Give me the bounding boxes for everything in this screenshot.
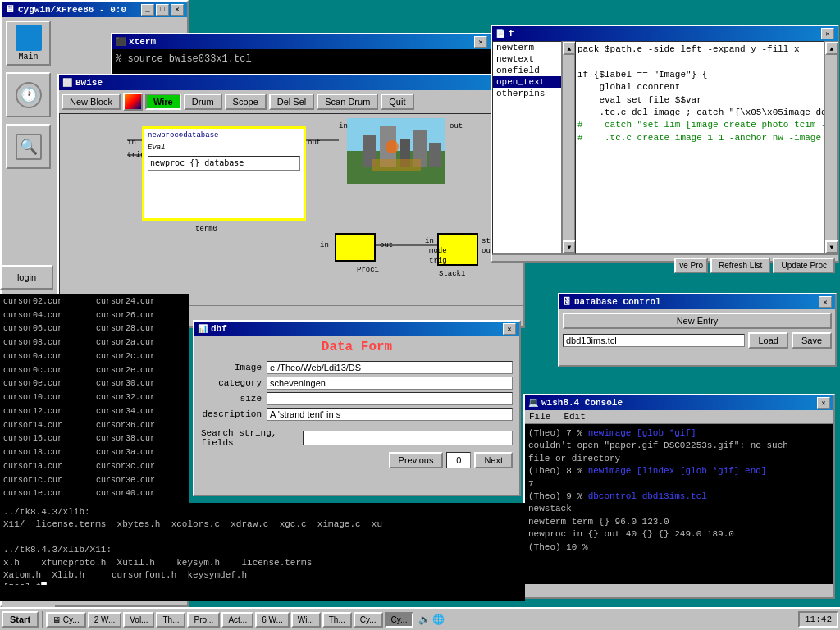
tray-icon-2: 🌐 [432,614,445,626]
taskbar-btn-pro[interactable]: Pro... [187,612,220,628]
f-close[interactable]: ✕ [821,28,834,39]
eval-input[interactable] [150,158,298,167]
cygwin-minimize[interactable]: _ [141,4,154,16]
bwise-drum[interactable]: Drum [184,94,222,110]
xterm-close[interactable]: ✕ [474,36,487,48]
dbf-search-input[interactable] [303,431,513,445]
dbf-row-size: size [201,392,513,405]
wish-line-3: file or directory [528,453,830,465]
wish-close[interactable]: ✕ [817,397,830,409]
bwise-icon-btn[interactable] [123,93,143,111]
dbf-image-label: Image [201,363,267,372]
file-cursor04: cursor04.cur [3,309,93,323]
bwise-quit[interactable]: Quit [381,94,413,110]
bwise-titlebar[interactable]: ⬜ Bwise ✕ [59,75,523,90]
list-scroll-up[interactable]: ▲ [563,42,576,55]
taskbar-btn-cy2[interactable]: Cy... [354,612,383,628]
f-list[interactable]: newterm newtext onefield open_text other… [492,41,562,254]
bterm-line-3 [3,532,522,544]
wish-titlebar[interactable]: 💻 wish8.4 Console ✕ [525,395,833,410]
cygwin-maximize[interactable]: □ [156,4,169,16]
wish-menu-file[interactable]: File [526,411,554,422]
bterm-line-2: X11/ license.terms xbytes.h xcolors.c xd… [3,518,522,531]
file-cursor38: cursor38.cur [96,432,185,446]
xterm-titlebar[interactable]: ⬛ xterm ✕ [112,34,491,49]
wish-line-7: newstack [528,503,830,515]
bwise-del-sel[interactable]: Del Sel [269,94,314,110]
bwise-canvas[interactable]: in trig newproc⊕database Eval out term0 … [59,113,523,306]
f-item-onefield[interactable]: onefield [493,65,561,76]
taskbar-btn-6w[interactable]: 6 W... [255,612,290,628]
taskbar-btn-wi[interactable]: Wi... [291,612,321,628]
bwise-icon: ⬜ [62,78,72,88]
taskbar-btn-2w[interactable]: 2 W... [88,612,122,628]
code-scroll-up[interactable]: ▲ [825,42,838,55]
dbf-form: Image category size description [194,358,519,427]
wish-console[interactable]: (Theo) 7 % newimage [glob *gif] couldn't… [525,424,833,584]
bwise-scope[interactable]: Scope [225,94,267,110]
dbf-page-input[interactable] [446,452,471,468]
dbf-icon: 📊 [198,324,208,334]
f-update-proc-btn[interactable]: Update Proc [773,258,835,273]
code-scrollbar[interactable]: ▲ ▼ [824,41,838,254]
port-mode-stack1: mode [429,247,447,255]
start-button[interactable]: Start [2,611,39,628]
dbf-category-input[interactable] [267,377,513,390]
f-save-pro-btn[interactable]: ve Pro [674,258,708,273]
dbf-size-input[interactable] [267,392,513,405]
list-scroll-down[interactable]: ▼ [563,240,576,253]
file-cursor16: cursor16.cur [3,432,93,446]
port-in-proc1: in [320,241,329,249]
eval-input-container[interactable] [148,156,300,171]
f-item-otherpins[interactable]: otherpins [493,88,561,99]
dbcontrol-save-btn[interactable]: Save [792,332,832,349]
dbf-close[interactable]: ✕ [503,323,516,335]
taskbar-btn-cy1[interactable]: 🖥 Cy... [46,612,86,628]
taskbar-btn-act[interactable]: Act... [221,612,253,628]
taskbar-btn-th1[interactable]: Th... [156,612,185,628]
taskbar-btn-th2[interactable]: Th... [322,612,352,628]
taskbar-btn-vol[interactable]: Vol... [123,612,154,628]
f-toolbar-bottom: ve Pro Refresh List Update Proc [492,254,838,276]
dbf-description-input[interactable] [267,408,513,421]
tray-icons: 🔊 🌐 [415,614,448,626]
taskbar: Start 🖥 Cy... 2 W... Vol... Th... Pro...… [0,607,840,630]
dbcontrol-titlebar[interactable]: 🗄 Database Control ✕ [559,294,835,309]
tray-icon-1: 🔊 [418,614,431,626]
main-block[interactable]: newproc⊕database Eval [142,126,306,221]
list-scrollbar[interactable]: ▲ ▼ [562,41,575,254]
bwise-new-block[interactable]: New Block [62,94,121,110]
port-in-top: in [127,139,136,147]
bwise-wire[interactable]: Wire [145,94,181,110]
dbf-image-input[interactable] [267,361,513,374]
f-item-newtext[interactable]: newtext [493,53,561,65]
login-button[interactable]: login [0,265,53,290]
f-item-opentext[interactable]: open_text [493,76,561,88]
code-scroll-down[interactable]: ▼ [825,240,838,253]
dbcontrol-close[interactable]: ✕ [819,296,832,308]
cygwin-close[interactable]: ✕ [171,4,184,16]
svg-rect-8 [372,159,421,171]
f-refresh-list-btn[interactable]: Refresh List [710,258,770,273]
bwise-scan-drum[interactable]: Scan Drum [317,94,378,110]
dbf-titlebar[interactable]: 📊 dbf ✕ [194,322,519,336]
f-titlebar[interactable]: 📄 f ✕ [492,26,838,41]
dbf-previous-btn[interactable]: Previous [389,452,444,468]
dbf-next-btn[interactable]: Next [474,452,513,468]
dbcontrol-filename-input[interactable] [563,334,745,347]
file-cursor06: cursor06.cur [3,322,93,336]
sidebar-btn-clock[interactable]: 🕐 [6,72,51,117]
f-code-editor[interactable]: pack $path.e -side left -expand y -fill … [575,41,824,254]
svg-rect-6 [429,143,441,167]
cygwin-titlebar[interactable]: 🖥 Cygwin/XFree86 - 0:0 _ □ ✕ [2,2,187,17]
proc1-block[interactable] [335,233,376,262]
sidebar-btn-search[interactable]: 🔍 [6,124,51,169]
dbcontrol-load-btn[interactable]: Load [748,332,788,349]
sidebar-btn-main[interactable]: Main [6,21,51,66]
f-item-newterm[interactable]: newterm [493,42,561,53]
wish-menu-edit[interactable]: Edit [560,411,588,422]
bottom-term-body[interactable]: ../tk8.4.3/xlib: X11/ license.terms xbyt… [0,503,525,585]
dbcontrol-new-entry-btn[interactable]: New Entry [563,313,832,329]
wish-window: 💻 wish8.4 Console ✕ File Edit (Theo) 7 %… [523,394,835,599]
taskbar-btn-cy3[interactable]: Cy... [385,612,414,628]
